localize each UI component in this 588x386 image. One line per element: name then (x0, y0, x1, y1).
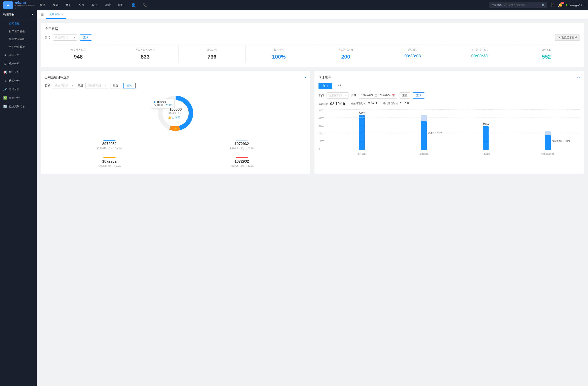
goal-select[interactable]: 请选择目标 ▾ (53, 83, 75, 89)
comm-reset-button[interactable]: 重置 (399, 92, 410, 98)
tab-close-btn[interactable]: × (62, 13, 63, 16)
nav-signup[interactable]: 报名 (114, 0, 127, 10)
top-navigation: ☁ 云朵CRM 教育机构一站式服务云平台 数据 线索 客户 公海 财务 运营 报… (0, 0, 588, 10)
page-content: 今日数据 部门 请选择部门 ▾ 查询 ⚙ 设置显示指标 今日首咨客户 (37, 19, 588, 386)
nav-customers[interactable]: 客户 (62, 0, 75, 10)
goal-reset-button[interactable]: 重置 (110, 83, 121, 89)
achieved-badge: 👍 已达成 (168, 116, 184, 119)
over-complete-label: 超额完成（元）｜89.9% (179, 164, 304, 168)
dept-filter-select[interactable]: 请选择部门 ▾ (53, 35, 77, 41)
y-label-10000: 10000 (318, 140, 329, 142)
comm-panel: 沟通效率 ⟳ 部门 个人 部门 请选择部门 ▾ 日期 (315, 71, 584, 174)
comm-tab-person[interactable]: 个人 (332, 83, 346, 89)
goal-panel-header: 公司业绩目标达成 ⟳ (45, 76, 306, 79)
comm-panel-header: 沟通效率 ⟳ (318, 76, 580, 79)
sidebar-item-cost[interactable]: ⊙ 成本分析 (0, 59, 37, 68)
nav-public[interactable]: 公海 (75, 0, 88, 10)
x-label-effective: 有效通话 (456, 152, 516, 155)
comm-refresh-icon[interactable]: ⟳ (577, 76, 580, 79)
today-query-button[interactable]: 查询 (80, 35, 92, 41)
dropdown-arrow: ▾ (583, 4, 585, 7)
user-menu[interactable]: manager11 ▾ (566, 4, 585, 7)
sales-icon: 💹 (3, 96, 7, 100)
goal-refresh-icon[interactable]: ⟳ (304, 76, 306, 79)
goal-stats: 8972932 已完成量（元）｜70.9% 1072932 未完成量（元）｜20… (45, 138, 306, 170)
comm-query-button[interactable]: 查询 (413, 92, 425, 98)
tooltip-value: 1072932 (154, 101, 172, 104)
sidebar-item-promo[interactable]: 📢 推广分析 (0, 68, 37, 77)
bar-dial (359, 115, 365, 150)
x-axis: 拨打次数 接通次数 有效通话 有效接通次数 (330, 151, 580, 155)
uncompleted-bar (236, 140, 248, 141)
nav-phone-icon[interactable]: 📞 (139, 0, 151, 10)
stat-label-2: 回访人数 (181, 48, 243, 52)
bar-effective (483, 126, 489, 150)
sidebar-toggle[interactable]: ∧ (31, 13, 34, 17)
main-layout: 数据看板 ∧ 公司看板 推广主管看板 销售主管看板 客户经理看板 ⬇ 漏斗分析 … (0, 10, 588, 386)
comm-tab-dept[interactable]: 部门 (318, 83, 332, 89)
x-label-connected: 接通次数 (394, 152, 454, 155)
nav-data[interactable]: 数据 (36, 0, 49, 10)
sidebar-item-channel[interactable]: 🔗 渠道分析 (0, 85, 37, 94)
settings-display-button[interactable]: ⚙ 设置显示指标 (555, 35, 580, 41)
completed-bar (103, 140, 116, 141)
stat-value-6: 00:00:33 (449, 54, 510, 58)
donut-center: 100000 目标总量（元） 👍 已达成 (168, 107, 184, 119)
search-input[interactable] (507, 2, 539, 8)
nav-leads[interactable]: 线索 (49, 0, 62, 10)
date-start: 2018/01/08 (361, 94, 373, 97)
stat-label-7: 成交单数 (516, 48, 578, 52)
comm-tabs: 部门 个人 (318, 83, 580, 89)
stat-revisit: 回访人数 736 (179, 45, 246, 63)
nav-finance[interactable]: 财务 (88, 0, 101, 10)
logo-icon: ☁ (3, 1, 13, 9)
chart-bars-container: 43000 35000 接通率：70.9% (330, 109, 580, 155)
sidebar-item-funnel[interactable]: ⬇ 漏斗分析 (0, 51, 37, 59)
over-complete-bar (236, 157, 248, 158)
search-type-select[interactable]: 手机号码 (489, 2, 507, 8)
nav-operations[interactable]: 运营 (101, 0, 114, 10)
period-select[interactable]: 请选择周期 ▾ (85, 83, 108, 89)
period-select-arrow: ▾ (105, 85, 105, 87)
tab-menu-icon[interactable]: ☰ (41, 12, 44, 16)
today-section: 今日数据 部门 请选择部门 ▾ 查询 ⚙ 设置显示指标 今日首咨客户 (41, 23, 584, 67)
dept-filter-label: 部门 (45, 36, 50, 39)
bar-label-43000: 43000 (359, 112, 365, 114)
nav-user-icon[interactable]: 👤 (127, 0, 139, 10)
comm-dept-select[interactable]: 请选择部门 ▾ (326, 92, 349, 98)
nav-right: 手机号码 🔍 📱 🔔 5 manager11 ▾ (489, 2, 585, 8)
donut-tooltip: 1072932 所占比例： 70.9% (151, 99, 175, 109)
stat-deals: 成交单数 552 (513, 45, 580, 63)
comm-select-arrow: ▾ (345, 95, 346, 97)
sidebar-item-company-board[interactable]: 公司看板 (0, 20, 37, 28)
tab-company-board[interactable]: 公司看板 × (46, 10, 66, 19)
nav-items: 数据 线索 客户 公海 财务 运营 报名 👤 📞 (36, 0, 489, 10)
sidebar-item-data-flow[interactable]: 🔄 数据流转记录 (0, 102, 37, 111)
bar-connected: 接通率：70.9% (421, 121, 427, 150)
goal-filter: 目标 请选择目标 ▾ 周期 请选择周期 ▾ 重置 查询 (45, 83, 306, 89)
effective-duration-value: 02:10:19 (368, 102, 377, 105)
goal-panel: 公司业绩目标达成 ⟳ 目标 请选择目标 ▾ 周期 请选择周期 ▾ (41, 71, 310, 174)
donut-chart-area: 1072932 所占比例： 70.9% (45, 93, 306, 134)
visitor-icon: 👁 (3, 79, 7, 83)
bar-eff-secondary (545, 131, 551, 135)
notification-bell[interactable]: 🔔 5 (558, 3, 563, 7)
sidebar-item-client-manager[interactable]: 客户经理看板 (0, 43, 37, 51)
goal-stat-completed: 8972932 已完成量（元）｜70.9% (45, 138, 174, 152)
stat-label-6: 平均通话时长 ℹ (449, 48, 510, 52)
donut-chart: 1072932 所占比例： 70.9% (155, 93, 196, 134)
sidebar-item-sales-manager[interactable]: 销售主管看板 (0, 35, 37, 43)
date-range-input[interactable]: 2018/01/08 至 2018/01/08 📅 (359, 93, 397, 98)
sidebar-item-promo-manager[interactable]: 推广主管看板 (0, 28, 37, 35)
bottom-panels: 公司业绩目标达成 ⟳ 目标 请选择目标 ▾ 周期 请选择周期 ▾ (41, 71, 584, 174)
y-label-50000: 50000 (318, 109, 329, 112)
channel-icon: 🔗 (3, 88, 7, 91)
goal-query-button[interactable]: 查询 (123, 83, 136, 89)
bars-row: 43000 35000 接通率：70.9% (330, 109, 580, 150)
date-end: 2018/01/08 (378, 94, 391, 97)
sidebar-item-visitor[interactable]: 👁 访客分析 (0, 77, 37, 85)
tablet-icon[interactable]: 📱 (550, 3, 555, 7)
sidebar-item-sales[interactable]: 💹 销售分析 (0, 94, 37, 102)
y-label-20000: 20000 (318, 132, 329, 135)
search-button[interactable]: 🔍 (539, 2, 547, 8)
